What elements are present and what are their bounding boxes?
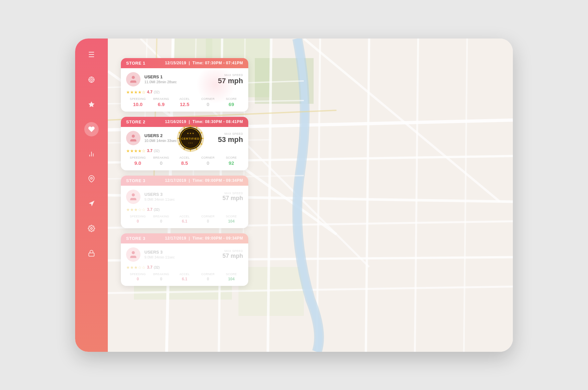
metric-score-2-val: 92 <box>220 160 243 166</box>
rating-3-val: 3.7 <box>147 207 153 212</box>
card-4-user-details: USERS 3 9.0MI 34min 11sec <box>144 250 175 259</box>
speed-1-value: 57 mph <box>218 77 243 85</box>
card-3-rating: ★★★☆☆ 3.7 (32) <box>126 207 243 212</box>
user-1-stats: 11.0MI 28min 28sec <box>144 80 177 84</box>
metric-breaking-2: Breaking 0 <box>150 156 173 166</box>
store-3-datetime: 12/17/2019 | Time: 09:00PM - 09:34PM <box>165 178 243 183</box>
speed-2-label: MAX SPEED <box>218 132 243 135</box>
metric-corner-2-label: Corner <box>196 156 220 159</box>
metric-accel-4-label: Accel <box>173 273 196 276</box>
metric-speeding-2: Speeding 9.0 <box>126 156 150 166</box>
metric-speeding-3-val: 0 <box>126 219 150 224</box>
rating-2-count: (32) <box>154 149 160 153</box>
metric-breaking-4: Breaking 0 <box>150 273 173 281</box>
heart-icon[interactable] <box>84 122 99 136</box>
svg-point-69 <box>132 251 135 254</box>
card-3-metrics: Speeding 0 Breaking 0 Accel 6.1 Corner <box>126 215 243 224</box>
speed-4-label: MAX SPEED <box>222 249 243 253</box>
metric-speeding-1-label: Speeding <box>126 97 150 101</box>
user-3-name: USERS 3 <box>144 192 175 197</box>
svg-text:★ ★ ★: ★ ★ ★ <box>187 132 194 135</box>
svg-point-68 <box>132 193 135 196</box>
metric-score-4-label: Score <box>220 273 243 276</box>
card-4-body: USERS 3 9.0MI 34min 11sec MAX SPEED 57 m… <box>121 243 248 286</box>
svg-point-2 <box>91 79 92 80</box>
metric-breaking-1-label: Breaking <box>150 97 173 101</box>
card-2-user-details: USERS 2 10.0MI 14min 33sec <box>144 133 177 143</box>
menu-icon[interactable]: ☰ <box>84 48 99 62</box>
star-icon[interactable] <box>84 97 99 112</box>
svg-point-67 <box>132 134 135 137</box>
svg-rect-14 <box>89 253 94 256</box>
card-3-body: USERS 3 9.0MI 34min 11sec MAX SPEED 57 m… <box>121 186 248 228</box>
svg-marker-7 <box>89 101 94 107</box>
metric-accel-4: Accel 6.1 <box>173 273 196 281</box>
svg-point-13 <box>90 227 92 229</box>
store-2-name: STORE 2 <box>126 119 145 124</box>
chart-icon[interactable] <box>84 147 99 161</box>
card-2-metrics: Speeding 9.0 Breaking 0 Accel 8.5 Corn <box>126 156 243 166</box>
stars-3: ★★★☆☆ <box>126 207 146 212</box>
metric-speeding-3: Speeding 0 <box>126 215 150 224</box>
metric-accel-2-label: Accel <box>173 156 196 159</box>
device-frame: ☰ <box>75 39 513 352</box>
store-card-2: STORE 2 12/16/2019 | Time: 08:30PM - 08:… <box>121 117 248 170</box>
card-4-user-info: USERS 3 9.0MI 34min 11sec <box>126 247 175 262</box>
metric-score-3: Score 104 <box>220 215 243 224</box>
rating-1-val: 4.7 <box>147 90 153 94</box>
svg-text:CERTIFIED: CERTIFIED <box>181 137 200 140</box>
rating-1-count: (32) <box>154 90 160 94</box>
user-2-avatar <box>126 131 140 145</box>
card-1-user-info: USERS 1 11.0MI 28min 28sec <box>126 72 177 86</box>
card-4-speed-box: MAX SPEED 57 mph <box>222 249 243 259</box>
user-2-stats: 10.0MI 14min 33sec <box>144 139 177 143</box>
metric-speeding-2-label: Speeding <box>126 156 150 159</box>
store-1-name: STORE 1 <box>126 61 145 66</box>
metric-accel-4-val: 6.1 <box>173 277 196 281</box>
metric-corner-1-label: Corner <box>196 97 220 101</box>
user-1-avatar <box>126 72 140 86</box>
metric-score-3-label: Score <box>220 215 243 218</box>
metric-corner-3: Corner 0 <box>196 215 220 224</box>
stars-1: ★★★★☆ <box>126 90 146 95</box>
metric-corner-2-val: 0 <box>196 160 220 166</box>
card-2-body: CERTIFIED ★ ★ ★ ✦ ✦ ✦ <box>121 127 248 170</box>
metric-breaking-4-val: 0 <box>150 277 173 281</box>
metric-corner-3-val: 0 <box>196 219 220 224</box>
rating-3-count: (32) <box>154 208 160 211</box>
navigate-icon[interactable] <box>84 196 99 211</box>
metric-speeding-1: Speeding 10.0 <box>126 97 150 107</box>
rating-4-val: 3.7 <box>147 265 153 270</box>
location-pin-icon[interactable] <box>84 172 99 186</box>
metric-corner-2: Corner 0 <box>196 156 220 166</box>
user-4-avatar <box>126 247 140 262</box>
metric-breaking-3-label: Breaking <box>150 215 173 218</box>
metric-breaking-3: Breaking 0 <box>150 215 173 224</box>
metric-corner-4-val: 0 <box>196 277 220 281</box>
cards-panel: STORE 1 12/15/2019 | Time: 07:30PM - 07:… <box>121 58 248 286</box>
user-2-name: USERS 2 <box>144 133 177 138</box>
lock-icon[interactable] <box>84 246 99 260</box>
metric-accel-3: Accel 6.1 <box>173 215 196 224</box>
card-3-header: STORE 3 12/17/2019 | Time: 09:00PM - 09:… <box>121 176 248 186</box>
target-icon[interactable] <box>84 72 99 87</box>
speed-1-label: MAX SPEED <box>218 73 243 77</box>
card-1-user-row: USERS 1 11.0MI 28min 28sec MAX SPEED 57 … <box>126 72 243 86</box>
metric-breaking-2-label: Breaking <box>150 156 173 159</box>
metric-accel-2: Accel 8.5 <box>173 156 196 166</box>
card-1-body: USERS 1 11.0MI 28min 28sec MAX SPEED 57 … <box>121 68 248 112</box>
settings-gear-icon[interactable] <box>84 221 99 236</box>
metric-score-4-val: 104 <box>220 277 243 281</box>
svg-marker-12 <box>89 200 94 206</box>
rating-2-val: 3.7 <box>147 148 153 153</box>
store-4-datetime: 12/17/2019 | Time: 09:00PM - 09:34PM <box>165 236 243 241</box>
metric-accel-2-val: 8.5 <box>173 160 196 166</box>
user-3-avatar <box>126 190 140 204</box>
metric-speeding-4-val: 0 <box>126 277 150 281</box>
metric-accel-3-val: 6.1 <box>173 219 196 224</box>
metric-corner-4-label: Corner <box>196 273 220 276</box>
user-3-stats: 9.0MI 34min 11sec <box>144 197 175 201</box>
main-content: STORE 1 12/15/2019 | Time: 07:30PM - 07:… <box>108 39 513 352</box>
metric-corner-4: Corner 0 <box>196 273 220 281</box>
rating-4-count: (32) <box>154 266 160 269</box>
